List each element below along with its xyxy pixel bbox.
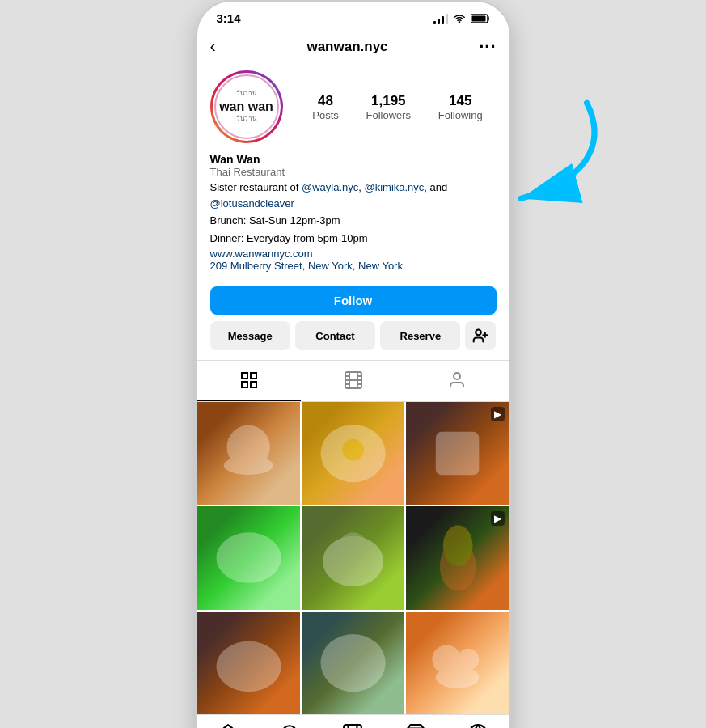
action-buttons: Follow Message Contact Reserve	[197, 280, 509, 357]
posts-stat: 48 Posts	[312, 93, 339, 121]
reels-icon	[344, 370, 363, 390]
search-icon	[280, 723, 301, 728]
more-options-button[interactable]: ···	[479, 36, 496, 57]
website-link[interactable]: www.wanwannyc.com	[210, 248, 497, 260]
followers-label: Followers	[366, 109, 411, 121]
photo-cell-8[interactable]	[302, 612, 404, 714]
svg-rect-2	[471, 15, 485, 21]
follow-button[interactable]: Follow	[210, 286, 497, 315]
reserve-button[interactable]: Reserve	[380, 321, 460, 350]
profile-username-title: wanwan.nyc	[306, 39, 387, 55]
status-time: 3:14	[217, 11, 241, 25]
followers-stat[interactable]: 1,195 Followers	[366, 93, 411, 121]
bottom-nav	[197, 714, 509, 728]
status-bar: 3:14	[197, 2, 509, 30]
tab-grid[interactable]	[197, 361, 302, 401]
svg-point-0	[459, 22, 459, 23]
profile-globe-icon	[467, 723, 488, 728]
profile-category: Thai Restaurant	[210, 166, 497, 178]
photo-cell-6[interactable]: ▶	[406, 506, 509, 609]
reels-nav-icon	[342, 723, 363, 728]
nav-search[interactable]	[280, 723, 301, 728]
message-button[interactable]: Message	[210, 321, 290, 350]
photo-cell-2[interactable]	[302, 402, 404, 505]
photo-cell-1[interactable]	[197, 402, 300, 505]
home-icon	[218, 723, 239, 728]
svg-rect-9	[251, 382, 256, 387]
posts-count: 48	[318, 93, 333, 109]
contact-button[interactable]: Contact	[295, 321, 375, 350]
following-label: Following	[438, 109, 483, 121]
signal-icon	[433, 13, 448, 24]
svg-point-24	[216, 533, 281, 583]
svg-rect-36	[345, 725, 362, 728]
svg-point-20	[224, 456, 273, 475]
svg-rect-8	[242, 382, 247, 387]
profile-info: Wan Wan Thai Restaurant Sister restauran…	[197, 153, 509, 280]
nav-profile[interactable]	[467, 723, 488, 728]
svg-rect-6	[242, 373, 247, 379]
display-name: Wan Wan	[210, 153, 497, 166]
location-info[interactable]: 209 Mulberry Street, New York, New York	[210, 260, 497, 272]
nav-home[interactable]	[218, 723, 239, 728]
photo-cell-5[interactable]	[302, 506, 404, 609]
photo-cell-9[interactable]	[406, 612, 509, 714]
reel-badge-3: ▶	[491, 407, 505, 421]
tab-reels[interactable]	[301, 361, 405, 401]
following-stat[interactable]: 145 Following	[438, 93, 483, 121]
following-count: 145	[449, 93, 471, 109]
battery-icon	[471, 14, 490, 23]
tab-tagged[interactable]	[405, 361, 509, 401]
avatar-thai-top: วันวาน	[236, 90, 256, 98]
grid-icon	[239, 370, 259, 390]
photo-cell-7[interactable]	[197, 612, 300, 714]
tagged-icon	[447, 370, 467, 390]
profile-header: วันวาน wan wan วันวาน 48 Posts 1,195 Fol…	[197, 64, 509, 153]
followers-count: 1,195	[371, 93, 406, 109]
avatar[interactable]: วันวาน wan wan วันวาน	[210, 70, 283, 143]
bio-text-1: Sister restaurant of	[210, 181, 302, 193]
back-button[interactable]: ‹	[210, 36, 216, 57]
shop-icon	[405, 723, 426, 728]
stats-row: 48 Posts 1,195 Followers 145 Following	[299, 93, 497, 121]
nav-reels[interactable]	[342, 723, 363, 728]
svg-point-29	[216, 641, 281, 692]
photo-cell-4[interactable]	[197, 506, 300, 609]
svg-point-22	[342, 439, 364, 461]
secondary-buttons: Message Contact Reserve	[210, 321, 497, 350]
reel-badge-6: ▶	[491, 511, 505, 526]
content-tabs	[197, 360, 509, 402]
avatar-thai-bottom: วันวาน	[236, 115, 256, 123]
photo-grid: ▶ ▶	[197, 402, 509, 714]
svg-point-3	[476, 330, 482, 336]
svg-point-26	[339, 533, 368, 562]
svg-rect-23	[436, 432, 479, 475]
svg-point-28	[442, 525, 472, 566]
svg-rect-7	[251, 373, 256, 379]
nav-bar: ‹ wanwan.nyc ···	[197, 30, 509, 64]
dinner-info: Dinner: Everyday from 5pm-10pm	[210, 231, 497, 247]
wifi-icon	[452, 13, 467, 24]
posts-label: Posts	[312, 109, 339, 121]
photo-cell-3[interactable]: ▶	[406, 402, 509, 505]
status-icons	[433, 13, 490, 24]
bio-link-lotus[interactable]: @lotusandcleaver	[210, 197, 294, 210]
profile-bio: Sister restaurant of @wayla.nyc, @kimika…	[210, 180, 497, 211]
svg-point-18	[454, 373, 460, 379]
svg-point-33	[436, 667, 479, 688]
nav-shop[interactable]	[405, 723, 426, 728]
svg-point-30	[320, 634, 385, 692]
brunch-info: Brunch: Sat-Sun 12pm-3pm	[210, 213, 497, 229]
bio-and: , and	[424, 181, 447, 193]
add-friend-button[interactable]	[465, 321, 496, 350]
bio-link-kimika[interactable]: @kimika.nyc	[364, 181, 424, 193]
avatar-main-text: wan wan	[219, 99, 273, 116]
bio-link-wayla[interactable]: @wayla.nyc	[302, 181, 358, 193]
